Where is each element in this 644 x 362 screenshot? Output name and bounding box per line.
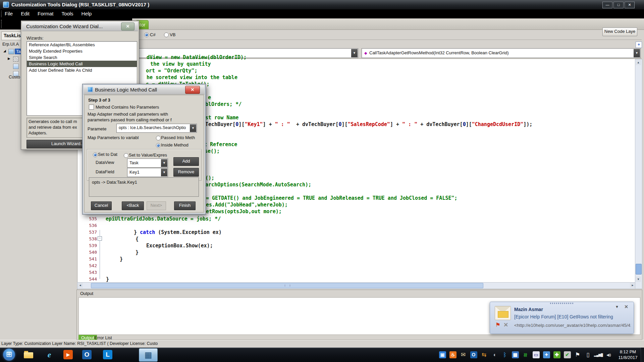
menu-help[interactable]: Help	[78, 9, 95, 18]
code-line: ();	[205, 175, 214, 181]
pattern-icon	[13, 56, 19, 62]
no-parameters-checkbox[interactable]	[89, 105, 94, 110]
chevron-down-icon[interactable]: ▼	[615, 305, 619, 309]
wizard-item[interactable]: Modify Extended Properties	[27, 48, 137, 54]
scrollbar-thumb[interactable]	[636, 264, 642, 275]
cancel-button[interactable]: Cancel	[91, 201, 112, 210]
expander-icon[interactable]: ▶	[8, 57, 10, 60]
signal-bars-icon[interactable]: ▂▄▆█	[594, 351, 603, 359]
horizontal-scrollbar[interactable]: ◂ ▸	[77, 282, 636, 289]
bluetooth-icon[interactable]: ᛒ	[500, 351, 509, 359]
java-update-icon[interactable]: ♨	[448, 351, 457, 359]
line-number: 543	[86, 269, 97, 276]
menu-edit[interactable]: Edit	[17, 9, 33, 18]
flag-icon[interactable]: ⚑	[495, 321, 500, 328]
vb-radio[interactable]	[164, 33, 169, 37]
close-button[interactable]: ✕	[625, 2, 635, 8]
scrollbar-thumb[interactable]	[91, 283, 483, 288]
display-icon[interactable]: ▭	[532, 351, 540, 359]
mapping-list[interactable]: opts -> Data:Task.Key1	[89, 177, 199, 197]
internet-explorer-icon[interactable]: e	[42, 348, 57, 361]
mail-tray-icon[interactable]: ✉	[459, 351, 468, 359]
window-title: Customization Tools Dialog (RSI_TASKLIST…	[11, 2, 149, 7]
chevron-down-icon[interactable]: ▼	[161, 159, 167, 167]
chevron-down-icon[interactable]: ▼	[161, 169, 167, 176]
tab-error-list[interactable]: Error List	[94, 335, 112, 340]
lync-icon[interactable]: L	[100, 348, 115, 361]
epicor-tray-icon[interactable]: ▣	[438, 351, 447, 359]
battery-icon[interactable]: ▯	[584, 351, 592, 359]
code-line: dView = new DataView(dblOrderID);	[147, 54, 247, 61]
outlook-tray-icon[interactable]: O	[469, 351, 478, 359]
email-notification[interactable]: Mazin Asmar [Epicor Help Forum] [E10] Ge…	[490, 302, 634, 334]
sync-icon[interactable]: ⇆	[480, 351, 488, 359]
chevron-down-icon[interactable]: ▼	[634, 49, 640, 57]
maximize-button[interactable]: □	[613, 2, 624, 8]
chevron-down-icon[interactable]: ▼	[351, 49, 358, 57]
fold-toggle-icon[interactable]: −	[98, 236, 102, 241]
close-icon[interactable]: ✕	[121, 22, 135, 31]
envelope-icon	[495, 306, 511, 320]
menu-bar-items: FileEditFormatToolsHelp	[0, 11, 95, 16]
datafield-combo[interactable]: Key1 ▼	[127, 168, 168, 177]
dataview-value: Task	[129, 160, 160, 165]
close-icon[interactable]: ✕	[185, 86, 200, 94]
explorer-folder-icon[interactable]	[21, 348, 36, 361]
notification-preview[interactable]: <http://e10help.com/user_avatar/e10help.…	[514, 323, 631, 328]
menu-format[interactable]: Format	[34, 9, 57, 18]
outlook-icon[interactable]: O	[79, 348, 95, 361]
wizard-item[interactable]: Business Logic Method Call	[27, 61, 137, 67]
menu-file[interactable]: File	[1, 9, 16, 18]
finish-button[interactable]: Finish	[174, 201, 196, 210]
description-line: Generates code to call m	[29, 119, 77, 124]
inside-method-radio[interactable]	[156, 143, 161, 148]
add-button[interactable]: Add	[173, 157, 199, 166]
dialog-title-bar[interactable]: Customization Code Wizard Dial... ✕	[22, 22, 138, 31]
scroll-right-icon[interactable]: ▸	[630, 283, 635, 288]
wifi-icon[interactable]: ≋	[521, 351, 530, 359]
set-to-data-radio[interactable]	[93, 153, 98, 157]
passed-into-method-radio[interactable]	[156, 136, 161, 140]
delete-icon[interactable]: ✕	[503, 321, 508, 328]
minimize-button[interactable]: —	[602, 2, 612, 8]
satellite-audio-icon[interactable]: ◖	[490, 351, 499, 359]
code-line: epiUltraGridJobs.DataSource = jobs; */	[106, 216, 221, 222]
dialog-title-bar[interactable]: Business Logic Method Call ✕	[84, 85, 205, 95]
tree-node-custom[interactable]: Custo	[9, 74, 20, 79]
flag-icon[interactable]: ⚑	[573, 351, 582, 359]
wizard-item[interactable]: Simple Search	[27, 54, 137, 61]
line-number: 544	[86, 276, 97, 283]
password-key-icon[interactable]: ✦	[542, 351, 551, 359]
new-code-layer-button[interactable]: New Code Laye	[602, 27, 637, 36]
dataview-combo[interactable]: Task ▼	[127, 159, 168, 168]
wizard-item[interactable]: Add User Defined Table As Child	[27, 67, 137, 73]
show-desktop-button[interactable]	[641, 348, 644, 362]
pc-settings-icon[interactable]: ▦	[511, 351, 520, 359]
start-button[interactable]: ⊞	[2, 348, 17, 361]
next-button[interactable]: Next>	[147, 201, 166, 210]
expand-button[interactable]: +	[636, 42, 642, 48]
volume-icon[interactable]: ◀))	[604, 351, 613, 359]
clock[interactable]: 8:12 PM 11/8/2017	[614, 349, 641, 360]
customization-tools-app-button[interactable]: ▦	[139, 348, 158, 362]
remove-button[interactable]: Remove	[173, 168, 199, 177]
scroll-up-icon[interactable]: ▴	[636, 60, 641, 65]
media-player-icon[interactable]: ▸	[60, 348, 76, 361]
scroll-down-icon[interactable]: ▾	[636, 277, 641, 282]
method-combo[interactable]: ◆ CallTaskAdapterGetRowsMethod(Int32 Cur…	[362, 48, 641, 58]
security-shield-icon[interactable]: ✚	[552, 351, 561, 359]
parameter-combo[interactable]: opts : Ice.Lib.Searches.SearchOptio ▼	[116, 124, 197, 133]
clock-date: 11/8/2017	[614, 355, 641, 360]
scroll-left-icon[interactable]: ◂	[77, 283, 83, 288]
update-check-icon[interactable]: ✔	[563, 351, 572, 359]
csharp-radio[interactable]	[144, 33, 149, 37]
back-button[interactable]: <Back	[122, 201, 144, 210]
set-to-value-radio[interactable]	[124, 153, 128, 158]
chevron-down-icon[interactable]: ▼	[190, 124, 196, 132]
expander-icon[interactable]: ◢	[3, 49, 6, 53]
close-icon[interactable]: ✕	[624, 304, 628, 309]
notification-subject[interactable]: [Epicor Help Forum] [E10] GetRows not fi…	[514, 314, 613, 319]
vertical-scrollbar[interactable]: ▴ ▾	[635, 59, 642, 289]
wizard-item[interactable]: Reference Adapter/BL Assemblies	[27, 42, 137, 48]
menu-tools[interactable]: Tools	[58, 9, 77, 18]
